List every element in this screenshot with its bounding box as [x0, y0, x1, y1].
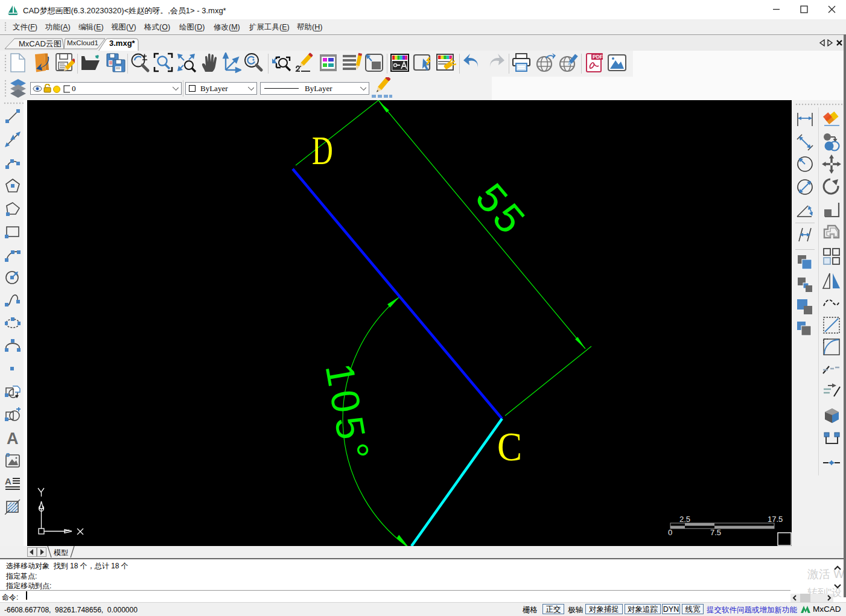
svg-text:7.5: 7.5 [710, 528, 721, 537]
svg-text:A: A [7, 430, 19, 446]
svg-text:0: 0 [668, 528, 672, 537]
svg-text:105°: 105° [317, 360, 378, 468]
svg-text:D: D [312, 128, 333, 173]
svg-text:PDF: PDF [593, 54, 603, 60]
svg-text:C: C [497, 425, 522, 469]
svg-text:2.5: 2.5 [679, 515, 690, 524]
svg-text:55: 55 [467, 174, 536, 244]
svg-text:A: A [5, 476, 11, 486]
svg-text:17.5: 17.5 [768, 515, 783, 524]
